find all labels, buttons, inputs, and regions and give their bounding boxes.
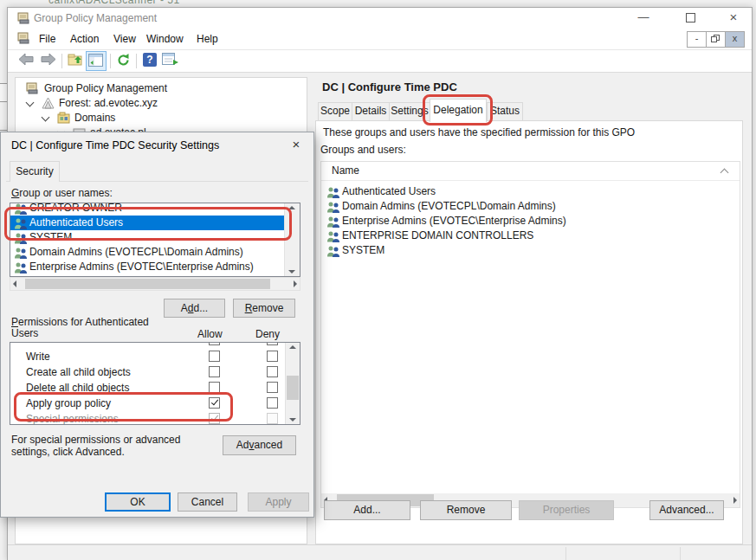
horizontal-scrollbar[interactable] [10, 277, 300, 291]
group-row[interactable]: Domain Admins (EVOTECPL\Domain Admins) [321, 199, 740, 214]
scroll-left-icon[interactable] [13, 280, 16, 287]
menu-window[interactable]: Window [143, 32, 187, 46]
scrollbar-thumb[interactable] [287, 376, 299, 400]
deny-checkbox[interactable] [267, 397, 278, 409]
add-button[interactable]: Add... [164, 299, 225, 318]
user-row[interactable]: CREATOR OWNER [10, 203, 285, 216]
user-row-selected[interactable]: Authenticated Users [10, 216, 285, 230]
user-row[interactable]: SYSTEM [10, 230, 285, 245]
deny-checkbox[interactable] [267, 382, 278, 393]
group-or-user-names-label: Group or user names: [11, 187, 113, 199]
apply-button: Apply [248, 492, 309, 512]
groups-and-users-label: Groups and users: [320, 144, 406, 156]
group-icon [14, 232, 28, 244]
permission-row-apply-group-policy[interactable]: Apply group policy [10, 396, 300, 411]
delegation-advanced-button[interactable]: Advanced... [649, 500, 724, 520]
gpmc-app-icon [17, 12, 30, 24]
mdi-restore-button[interactable] [706, 31, 726, 48]
gpo-results-pane: DC | Configure Time PDC Scope Details Se… [315, 77, 745, 544]
menu-view[interactable]: View [110, 32, 139, 46]
permission-row[interactable]: Write [10, 349, 300, 364]
scrollbar-thumb[interactable] [25, 279, 270, 289]
group-row[interactable]: Enterprise Admins (EVOTEC\Enterprise Adm… [321, 214, 740, 229]
deny-checkbox[interactable] [267, 366, 278, 377]
mdi-minimize-button[interactable]: - [687, 31, 707, 48]
status-bar-divider [565, 547, 566, 560]
up-one-level-icon[interactable] [68, 53, 83, 67]
groups-list: Name Authenticated Users Domain Admins (… [320, 161, 740, 508]
user-row[interactable]: Enterprise Admins (EVOTEC\Enterprise Adm… [10, 260, 285, 274]
advanced-button[interactable]: Advanced [223, 435, 296, 455]
group-icon [14, 203, 28, 215]
delegation-remove-button[interactable]: Remove [420, 500, 512, 520]
deny-checkbox[interactable] [267, 342, 278, 345]
chevron-down-icon[interactable] [42, 113, 50, 122]
cancel-button[interactable]: Cancel [178, 492, 237, 512]
tab-security[interactable]: Security [10, 161, 60, 182]
tab-settings[interactable]: Settings [389, 102, 430, 121]
name-column-header[interactable]: Name [321, 162, 740, 181]
gpo-title: DC | Configure Time PDC [322, 80, 457, 93]
maximize-icon [686, 13, 695, 23]
permission-row[interactable]: Create all child objects [10, 364, 300, 380]
domains-icon [57, 112, 71, 124]
menu-file[interactable]: File [36, 32, 59, 46]
group-row[interactable]: ENTERPRISE DOMAIN CONTROLLERS [321, 229, 740, 243]
sort-ascending-icon [720, 169, 729, 177]
dialog-close-button[interactable]: × [288, 137, 305, 151]
chevron-down-icon[interactable] [26, 99, 35, 107]
deny-column-header: Deny [255, 328, 280, 340]
mdi-close-button[interactable]: x [725, 31, 745, 48]
tab-scope[interactable]: Scope [318, 102, 352, 121]
forward-icon[interactable] [41, 53, 56, 66]
group-row[interactable]: SYSTEM [321, 243, 740, 258]
allow-checkbox-checked[interactable] [209, 397, 220, 409]
help-icon[interactable]: ? [143, 53, 157, 67]
allow-checkbox[interactable] [209, 366, 220, 377]
allow-checkbox[interactable] [209, 342, 220, 345]
menu-action[interactable]: Action [67, 32, 102, 46]
scroll-right-icon[interactable] [294, 280, 297, 287]
allow-checkbox[interactable] [209, 382, 220, 393]
remove-button[interactable]: Remove [233, 299, 295, 318]
toolbar-separator [136, 54, 137, 68]
tab-details[interactable]: Details [352, 102, 390, 121]
gpm-root-icon [26, 82, 39, 94]
permissions-list: Write Create all child objects Delete al… [10, 342, 300, 425]
deny-checkbox[interactable] [267, 351, 278, 362]
title-bar: Group Policy Management — × [8, 8, 752, 29]
tree-item-label: Domains [74, 111, 115, 126]
maximize-button[interactable] [675, 8, 705, 29]
forest-icon [42, 97, 55, 109]
permission-row-clipped[interactable] [10, 342, 300, 348]
export-list-icon[interactable] [162, 53, 179, 67]
group-row[interactable]: Authenticated Users [321, 184, 740, 199]
permission-row[interactable]: Delete all child objects [10, 380, 300, 396]
vertical-scrollbar[interactable] [284, 203, 300, 276]
refresh-icon[interactable] [116, 53, 131, 68]
group-icon [326, 186, 340, 198]
window-title: Group Policy Management [34, 12, 157, 24]
delegation-properties-button: Properties [519, 500, 614, 520]
vertical-scrollbar[interactable] [285, 343, 300, 424]
ok-button[interactable]: OK [105, 492, 171, 512]
allow-checkbox[interactable] [209, 351, 220, 362]
tab-delegation[interactable]: Delegation [430, 99, 487, 122]
scroll-up-icon[interactable] [289, 345, 296, 349]
back-icon[interactable] [18, 53, 34, 66]
delegation-add-button[interactable]: Add... [324, 500, 410, 520]
tree-item-label: Forest: ad.evotec.xyz [59, 96, 158, 111]
background-window-sliver: canix\ADACLScanner - 51 [0, 0, 756, 7]
show-console-tree-button[interactable] [86, 51, 107, 71]
scroll-down-icon[interactable] [288, 270, 295, 274]
close-button[interactable]: × [719, 8, 748, 29]
menu-help[interactable]: Help [193, 32, 222, 46]
scroll-up-icon[interactable] [288, 206, 295, 209]
scroll-right-icon[interactable] [733, 497, 737, 504]
scroll-down-icon[interactable] [289, 418, 296, 422]
allow-column-header: Allow [197, 328, 223, 340]
minimize-button[interactable]: — [629, 8, 658, 29]
tab-status[interactable]: Status [487, 102, 523, 121]
toolbar-separator [110, 54, 111, 68]
user-row[interactable]: Domain Admins (EVOTECPL\Domain Admins) [10, 245, 285, 260]
